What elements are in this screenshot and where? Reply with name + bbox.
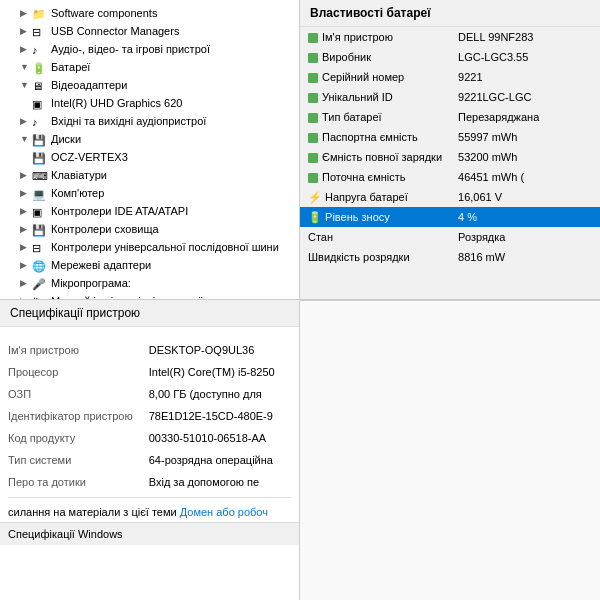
tree-chevron-icon: ▶ [20, 23, 32, 39]
battery-row-value: 4 % [450, 207, 600, 227]
tree-chevron-icon: ▼ [20, 131, 32, 147]
specs-row-label: Ім'я пристрою [0, 339, 141, 361]
battery-row-label: Ім'я пристрою [300, 27, 450, 47]
tree-item[interactable]: 💾OCZ-VERTEX3 [0, 148, 299, 166]
battery-table: Ім'я пристроюDELL 99NF283ВиробникLGC-LGC… [300, 27, 600, 267]
tree-item-label: Комп'ютер [51, 185, 104, 201]
folder-icon: 📁 [32, 6, 48, 20]
specs-row: Перо та дотикиВхід за допомогою пе [0, 471, 299, 493]
tree-item-label: Миша й інші вказівні пристрої [51, 293, 202, 300]
tree-item[interactable]: ▼🔋Батареї [0, 58, 299, 76]
mic-icon: 🎤 [32, 276, 48, 290]
battery-row-label: Стан [300, 227, 450, 247]
battery-row-label: Паспортна ємність [300, 127, 450, 147]
chip-icon: ▣ [32, 204, 48, 218]
battery-row-value: 16,061 V [450, 187, 600, 207]
tree-item[interactable]: ▶⌨Клавіатури [0, 166, 299, 184]
device-manager-panel: ▶📁Software components▶⊟USB Connector Man… [0, 0, 300, 300]
specs-row-label: Код продукту [0, 427, 141, 449]
tree-item[interactable]: ▶💾Контролери сховища [0, 220, 299, 238]
battery-row-value: 8816 mW [450, 247, 600, 267]
battery-panel-title: Властивості батареї [300, 0, 600, 27]
tree-chevron-icon: ▶ [20, 41, 32, 57]
specs-windows-title: Специфікації Windows [0, 522, 299, 545]
tree-item-label: Диски [51, 131, 81, 147]
specs-row: ПроцесорIntel(R) Core(TM) i5-8250 [0, 361, 299, 383]
battery-row: Ім'я пристроюDELL 99NF283 [300, 27, 600, 47]
tree-chevron-icon: ▶ [20, 239, 32, 255]
specs-row: Ідентифікатор пристрою78E1D12E-15CD-480E… [0, 405, 299, 427]
battery-icon [308, 113, 318, 123]
battery-row-label: 🔋 Рівень зносу [300, 207, 450, 227]
battery-row-value: LGC-LGC3.55 [450, 47, 600, 67]
net-icon: 🌐 [32, 258, 48, 272]
chip-icon: ▣ [32, 96, 48, 110]
tree-item[interactable]: ▶📁Software components [0, 4, 299, 22]
tree-item[interactable]: ▶🎤Мікропрограма: [0, 274, 299, 292]
battery-icon [308, 73, 318, 83]
specs-row: ОЗП8,00 ГБ (доступно для [0, 383, 299, 405]
tree-item[interactable]: ▶🌐Мережеві адаптери [0, 256, 299, 274]
battery-row: ⚡ Напруга батареї16,061 V [300, 187, 600, 207]
battery-row-value: Перезаряджана [450, 107, 600, 127]
tree-item[interactable]: ▣Intel(R) UHD Graphics 620 [0, 94, 299, 112]
tree-item-label: Вхідні та вихідні аудіопристрої [51, 113, 206, 129]
battery-row: ВиробникLGC-LGC3.55 [300, 47, 600, 67]
tree-item-label: Контролери сховища [51, 221, 159, 237]
tree-item-label: Контролери універсальної послідовної шин… [51, 239, 279, 255]
tree-chevron-icon: ▶ [20, 113, 32, 129]
tree-chevron-icon: ▶ [20, 275, 32, 291]
specs-panel-title: Специфікації пристрою [0, 300, 299, 327]
specs-divider [8, 497, 291, 498]
tree-item[interactable]: ▼💾Диски [0, 130, 299, 148]
tree-item-label: Батареї [51, 59, 90, 75]
tree-item[interactable]: ▶▣Контролери IDE ATA/ATAPI [0, 202, 299, 220]
tree-chevron-icon: ▼ [20, 59, 32, 75]
specs-footer-link[interactable]: Домен або робоч [180, 506, 268, 518]
battery-icon [308, 53, 318, 63]
battery-row-value: 9221LGC-LGC [450, 87, 600, 107]
battery-row-label: Серійний номер [300, 67, 450, 87]
battery-row-value: 46451 mWh ( [450, 167, 600, 187]
battery-row-value: DELL 99NF283 [450, 27, 600, 47]
kbd-icon: ⌨ [32, 168, 48, 182]
battery-row-value: 9221 [450, 67, 600, 87]
battery-row-label: Тип батареї [300, 107, 450, 127]
audio-icon: ♪ [32, 114, 48, 128]
battery-row: Унікальний ID9221LGC-LGC [300, 87, 600, 107]
tree-item[interactable]: ▶♪Вхідні та вихідні аудіопристрої [0, 112, 299, 130]
battery-row: Швидкість розрядки8816 mW [300, 247, 600, 267]
battery-row: Серійний номер9221 [300, 67, 600, 87]
specs-footer: силання на матеріали з цієї теми Домен а… [0, 502, 299, 522]
tree-chevron-icon: ▼ [20, 77, 32, 93]
specs-row-value: 78E1D12E-15CD-480E-9 [141, 405, 299, 427]
battery-row: СтанРозрядка [300, 227, 600, 247]
specs-row: Код продукту00330-51010-06518-AA [0, 427, 299, 449]
tree-chevron-icon: ▶ [20, 5, 32, 21]
battery-icon [308, 33, 318, 43]
usb-icon: ⊟ [32, 240, 48, 254]
tree-item[interactable]: ▶💻Комп'ютер [0, 184, 299, 202]
tree-item-label: Клавіатури [51, 167, 107, 183]
tree-item[interactable]: ▼🖥Відеоадаптери [0, 76, 299, 94]
specs-row-value: Вхід за допомогою пе [141, 471, 299, 493]
tree-item[interactable]: ▶⊟Контролери універсальної послідовної ш… [0, 238, 299, 256]
specs-row-label: Ідентифікатор пристрою [0, 405, 141, 427]
tree-item-label: OCZ-VERTEX3 [51, 149, 128, 165]
tree-item[interactable]: ▶🖱Миша й інші вказівні пристрої [0, 292, 299, 300]
battery-icon: 🔋 [32, 60, 48, 74]
tree-item[interactable]: ▶⊟USB Connector Managers [0, 22, 299, 40]
audio-icon: ♪ [32, 42, 48, 56]
tree-item[interactable]: ▶♪Аудіо-, відео- та ігрові пристрої [0, 40, 299, 58]
tree-chevron-icon: ▶ [20, 257, 32, 273]
battery-row-label: Унікальний ID [300, 87, 450, 107]
specs-row-value: 64-розрядна операційна [141, 449, 299, 471]
battery-row: Паспортна ємність55997 mWh [300, 127, 600, 147]
battery-row-value: 55997 mWh [450, 127, 600, 147]
specs-row-value: Intel(R) Core(TM) i5-8250 [141, 361, 299, 383]
battery-icon [308, 93, 318, 103]
disk-icon: 💾 [32, 222, 48, 236]
tree-chevron-icon: ▶ [20, 167, 32, 183]
disk-icon: 💾 [32, 132, 48, 146]
specs-row-label: ОЗП [0, 383, 141, 405]
